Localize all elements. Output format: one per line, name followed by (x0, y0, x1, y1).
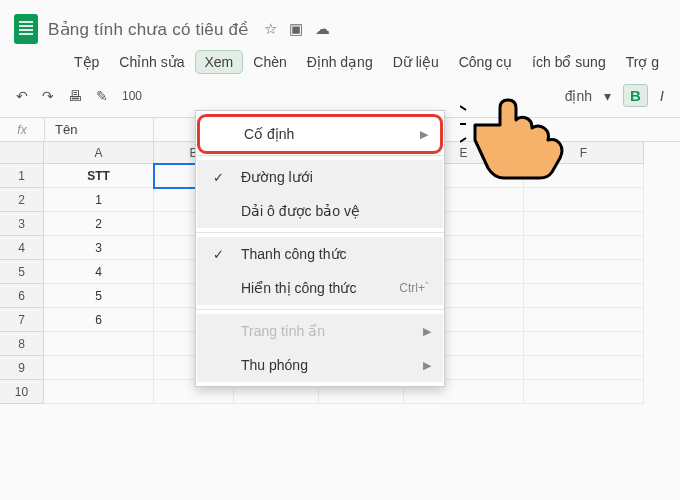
print-icon[interactable]: 🖶 (68, 88, 82, 104)
menu-tools[interactable]: Công cụ (449, 50, 522, 74)
row-header[interactable]: 2 (0, 188, 44, 212)
svg-line-0 (460, 106, 466, 110)
menu-addons[interactable]: ích bổ sung (522, 50, 616, 74)
col-header[interactable]: A (44, 142, 154, 164)
dd-zoom[interactable]: Thu phóng ▶ (197, 348, 443, 382)
dd-hidden-sheets: Trang tính ẩn ▶ (197, 314, 443, 348)
move-folder-icon[interactable]: ▣ (289, 20, 303, 38)
zoom-select[interactable]: 100 (122, 89, 142, 103)
cloud-status-icon: ☁ (315, 20, 330, 38)
cell[interactable] (44, 332, 154, 356)
cell[interactable] (524, 332, 644, 356)
cell[interactable]: STT (44, 164, 154, 188)
row-header[interactable]: 5 (0, 260, 44, 284)
italic-button[interactable]: I (660, 87, 664, 104)
menu-edit[interactable]: Chỉnh sửa (109, 50, 194, 74)
paint-format-icon[interactable]: ✎ (96, 88, 108, 104)
dd-gridlines[interactable]: ✓ Đường lưới (197, 160, 443, 194)
dropdown-caret-icon[interactable]: ▾ (604, 88, 611, 104)
submenu-arrow-icon: ▶ (420, 128, 428, 141)
row-header[interactable]: 7 (0, 308, 44, 332)
cell[interactable]: 2 (44, 212, 154, 236)
cell[interactable] (524, 284, 644, 308)
sheets-logo (14, 14, 38, 44)
cell[interactable]: 4 (44, 260, 154, 284)
cell[interactable]: 3 (44, 236, 154, 260)
cell[interactable]: 1 (44, 188, 154, 212)
cell[interactable] (524, 308, 644, 332)
menu-data[interactable]: Dữ liệu (383, 50, 449, 74)
select-all-corner[interactable] (0, 142, 44, 164)
row-header[interactable]: 3 (0, 212, 44, 236)
doc-title[interactable]: Bảng tính chưa có tiêu đề (48, 19, 248, 40)
check-icon: ✓ (213, 247, 224, 262)
cell[interactable] (524, 260, 644, 284)
dd-protected-ranges[interactable]: Dải ô được bảo vệ (197, 194, 443, 228)
dd-formula-bar[interactable]: ✓ Thanh công thức (197, 237, 443, 271)
undo-icon[interactable]: ↶ (16, 88, 28, 104)
menu-view[interactable]: Xem (195, 50, 244, 74)
name-box[interactable]: Tên (44, 118, 154, 141)
cell[interactable]: 6 (44, 308, 154, 332)
menu-help[interactable]: Trợ g (616, 50, 669, 74)
cell[interactable] (524, 356, 644, 380)
view-dropdown: Cố định ▶ ✓ Đường lưới Dải ô được bảo vệ… (195, 110, 445, 387)
menu-file[interactable]: Tệp (64, 50, 109, 74)
menu-bar: Tệp Chỉnh sửa Xem Chèn Định dạng Dữ liệu… (14, 50, 680, 74)
row-header[interactable]: 1 (0, 164, 44, 188)
pointing-hand-icon (460, 80, 570, 180)
cell[interactable] (524, 188, 644, 212)
redo-icon[interactable]: ↷ (42, 88, 54, 104)
cell[interactable] (44, 356, 154, 380)
row-header[interactable]: 9 (0, 356, 44, 380)
dd-show-formulas[interactable]: Hiển thị công thức Ctrl+` (197, 271, 443, 305)
menu-format[interactable]: Định dạng (297, 50, 383, 74)
svg-line-2 (460, 138, 466, 142)
cell[interactable] (524, 236, 644, 260)
menu-insert[interactable]: Chèn (243, 50, 296, 74)
row-header[interactable]: 4 (0, 236, 44, 260)
cell[interactable]: 5 (44, 284, 154, 308)
cell[interactable] (44, 380, 154, 404)
bold-button[interactable]: B (623, 84, 648, 107)
submenu-arrow-icon: ▶ (423, 325, 431, 338)
fx-label: fx (0, 123, 44, 137)
star-icon[interactable]: ☆ (264, 20, 277, 38)
row-header[interactable]: 6 (0, 284, 44, 308)
shortcut-label: Ctrl+` (399, 281, 429, 295)
check-icon: ✓ (213, 170, 224, 185)
submenu-arrow-icon: ▶ (423, 359, 431, 372)
cell[interactable] (524, 212, 644, 236)
row-header[interactable]: 8 (0, 332, 44, 356)
row-header[interactable]: 10 (0, 380, 44, 404)
dd-freeze[interactable]: Cố định ▶ (200, 117, 440, 151)
cell[interactable] (524, 380, 644, 404)
